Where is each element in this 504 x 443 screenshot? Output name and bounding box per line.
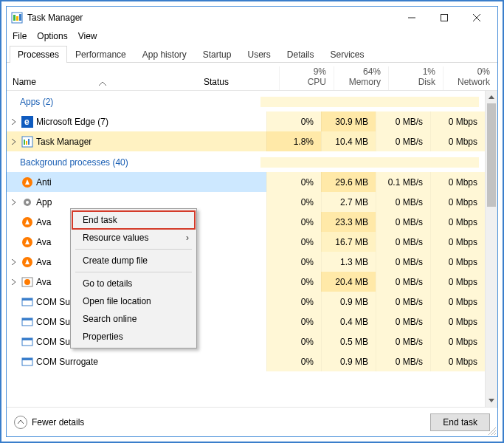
menu-file[interactable]: File [13, 31, 27, 41]
memory-cell: 2.7 MB [321, 192, 376, 212]
cpu-cell: 0% [266, 312, 321, 332]
disk-cell: 0 MB/s [376, 252, 430, 272]
memory-cell: 1.3 MB [321, 252, 376, 272]
col-name-label: Name [13, 77, 36, 87]
tabstrip: Processes Performance App history Startu… [7, 45, 497, 63]
tab-app-history[interactable]: App history [134, 46, 195, 63]
context-menu-item[interactable]: Open file location [72, 292, 195, 310]
menu-options[interactable]: Options [37, 31, 67, 41]
context-menu-item[interactable]: Go to details [72, 275, 195, 292]
com-icon [21, 356, 33, 368]
close-button[interactable] [460, 7, 493, 28]
context-menu-item[interactable]: Properties [72, 328, 195, 346]
tab-details[interactable]: Details [279, 46, 322, 63]
process-row[interactable]: COM Surrogate0%0.9 MB0 MB/s0 Mbps [7, 351, 485, 371]
com-icon [21, 316, 33, 328]
context-menu-item[interactable]: Resource values [72, 229, 195, 247]
col-status[interactable]: Status [198, 77, 279, 90]
chevron-up-icon [14, 416, 27, 429]
avast-icon [21, 216, 33, 228]
tab-users[interactable]: Users [239, 46, 278, 63]
chevron-right-icon[interactable] [10, 259, 18, 265]
disk-cell: 0 MB/s [376, 111, 430, 131]
memory-cell: 30.9 MB [321, 111, 376, 131]
svg-rect-3 [19, 14, 21, 21]
group-title: Apps (2) [20, 97, 260, 107]
statusbar: Fewer details End task [7, 407, 497, 436]
fewer-details-button[interactable]: Fewer details [14, 416, 84, 429]
memory-cell: 0.9 MB [321, 351, 376, 371]
cpu-cell: 0% [266, 272, 321, 292]
minimize-button[interactable] [396, 7, 428, 28]
context-menu: End taskResource valuesCreate dump fileG… [70, 208, 197, 348]
network-cell: 0 Mbps [430, 312, 485, 332]
col-name[interactable]: Name [7, 77, 198, 90]
network-cell: 0 Mbps [430, 111, 485, 131]
col-status-label: Status [204, 77, 229, 87]
vertical-scrollbar[interactable] [485, 91, 497, 407]
process-name: Ava [36, 217, 51, 227]
memory-cell: 0.5 MB [321, 332, 376, 351]
disk-cell: 0 MB/s [376, 131, 430, 151]
scroll-thumb[interactable] [487, 103, 496, 207]
svg-rect-29 [22, 358, 32, 360]
task-manager-window: Task Manager File Options View Processes… [6, 6, 498, 437]
menu-view[interactable]: View [78, 31, 97, 41]
chevron-right-icon[interactable] [10, 279, 18, 285]
svg-point-16 [26, 201, 29, 204]
disk-cell: 0.1 MB/s [376, 172, 430, 192]
col-network[interactable]: 0%Network [443, 66, 497, 90]
disk-cell: 0 MB/s [376, 312, 430, 332]
tab-processes[interactable]: Processes [10, 46, 67, 63]
network-cell: 0 Mbps [430, 212, 485, 232]
cpu-cell: 1.8% [266, 131, 321, 151]
disk-cell: 0 MB/s [376, 292, 430, 312]
process-row[interactable]: Task Manager1.8%10.4 MB0 MB/s0 Mbps [7, 131, 485, 151]
svg-rect-25 [22, 318, 32, 320]
tab-services[interactable]: Services [322, 46, 373, 63]
col-memory[interactable]: 64%Memory [334, 66, 388, 90]
chevron-right-icon[interactable] [10, 199, 18, 205]
context-menu-item[interactable]: Create dump file [72, 252, 195, 269]
process-row[interactable]: Anti0%29.6 MB0.1 MB/s0 Mbps [7, 172, 485, 192]
process-row[interactable]: eMicrosoft Edge (7)0%30.9 MB0 MB/s0 Mbps [7, 111, 485, 131]
cpu-cell: 0% [266, 111, 321, 131]
context-menu-item[interactable]: End task [72, 211, 195, 229]
menubar: File Options View [7, 29, 497, 44]
process-name: Ava [36, 277, 51, 287]
svg-rect-23 [22, 298, 32, 301]
svg-rect-13 [28, 139, 30, 145]
svg-point-21 [24, 279, 30, 285]
cpu-cell: 0% [266, 351, 321, 371]
cpu-cell: 0% [266, 212, 321, 232]
tab-startup[interactable]: Startup [195, 46, 240, 63]
context-menu-item[interactable]: Search online [72, 310, 195, 328]
titlebar[interactable]: Task Manager [7, 7, 497, 29]
scroll-down-icon[interactable] [486, 394, 497, 407]
network-cell: 0 Mbps [430, 232, 485, 252]
memory-cell: 0.4 MB [321, 312, 376, 332]
cpu-cell: 0% [266, 292, 321, 312]
process-name: Task Manager [36, 137, 92, 147]
maximize-button[interactable] [428, 7, 460, 28]
com-icon [21, 296, 33, 308]
chevron-up-icon [99, 78, 106, 89]
com-icon [21, 336, 33, 348]
chevron-right-icon[interactable] [10, 119, 18, 125]
gear-icon [21, 196, 33, 208]
chevron-right-icon[interactable] [10, 139, 18, 145]
edge-icon: e [21, 116, 33, 128]
col-cpu[interactable]: 9%CPU [279, 66, 334, 90]
process-name: Microsoft Edge (7) [36, 117, 108, 127]
tab-performance[interactable]: Performance [67, 46, 134, 63]
network-cell: 0 Mbps [430, 131, 485, 151]
svg-line-32 [494, 433, 496, 435]
avast-icon [21, 176, 33, 188]
resize-grip[interactable] [487, 426, 496, 435]
disk-cell: 0 MB/s [376, 212, 430, 232]
col-disk[interactable]: 1%Disk [388, 66, 443, 90]
window-title: Task Manager [27, 13, 83, 23]
end-task-button[interactable]: End task [430, 413, 490, 431]
network-cell: 0 Mbps [430, 192, 485, 212]
scroll-up-icon[interactable] [486, 91, 497, 103]
